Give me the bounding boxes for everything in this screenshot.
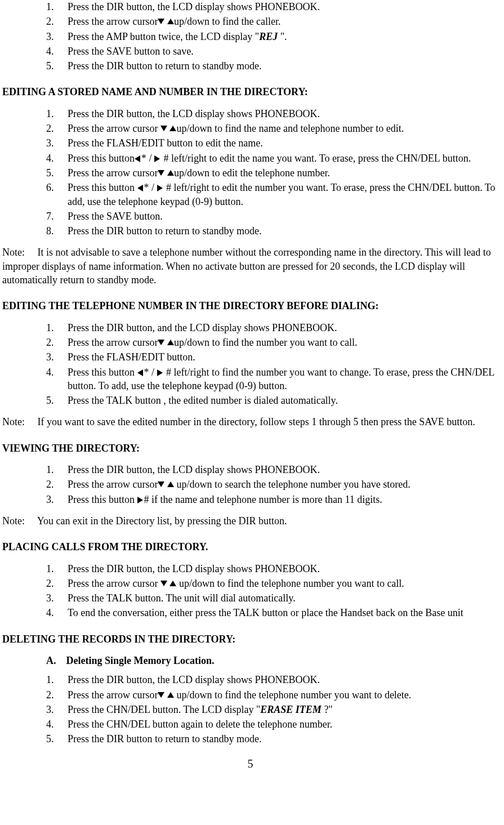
list-text: Press this button* / # left/right to edi…	[68, 151, 498, 165]
list-number: 3.	[46, 30, 68, 43]
list-text: Press the AMP button twice, the LCD disp…	[68, 30, 498, 43]
list-text: Press the DIR button to return to standb…	[68, 224, 498, 238]
list-number: 2.	[46, 15, 68, 28]
list-text: Press the TALK button. The unit will dia…	[68, 591, 498, 605]
arrow-up-icon	[167, 19, 174, 25]
list-text: Press the arrow cursor up/down to find t…	[68, 577, 498, 590]
list-number: 4.	[46, 606, 68, 619]
list-number: 5.	[46, 59, 68, 73]
list-text: Press the FLASH/EDIT button.	[68, 350, 498, 364]
heading-edit-before-dial: EDITING THE TELEPHONE NUMBER IN THE DIRE…	[2, 299, 498, 313]
list-item: 3.Press this button # if the name and te…	[2, 493, 498, 506]
list-item: 4.Press the CHN/DEL button again to dele…	[2, 717, 498, 731]
deleting-steps: 1.Press the DIR button, the LCD display …	[2, 673, 498, 746]
list-text: Press the DIR button, the LCD display sh…	[68, 673, 498, 686]
arrow-up-icon	[167, 170, 174, 177]
placing-calls-steps: 1.Press the DIR button, the LCD display …	[2, 562, 498, 620]
edit-name-number-steps: 1.Press the DIR button, the LCD display …	[2, 107, 498, 238]
subheading-delete-single: A. Deleting Single Memory Location.	[2, 654, 498, 667]
arrow-left-icon	[137, 185, 144, 191]
list-number: 4.	[46, 151, 68, 165]
list-item: 2.Press the arrow cursor up/down to find…	[2, 688, 498, 702]
list-text: Press the arrow cursor up/down to find t…	[68, 688, 498, 702]
list-number: 2.	[46, 122, 68, 135]
list-text: Press the TALK button , the edited numbe…	[68, 394, 498, 407]
list-item: 6.Press this button * / # left/right to …	[2, 181, 498, 208]
list-text: Press the SAVE button to save.	[68, 44, 498, 58]
list-item: 2.Press the arrow cursor up/down to find…	[2, 15, 498, 28]
heading-placing-calls: PLACING CALLS FROM THE DIRECTORY.	[2, 540, 498, 554]
list-item: 1.Press the DIR button, the LCD display …	[2, 107, 498, 121]
list-text: Press the SAVE button.	[68, 209, 498, 223]
note-viewing: Note: You can exit in the Directory list…	[2, 514, 498, 528]
list-text: Press the DIR button, the LCD display sh…	[68, 0, 498, 14]
arrow-down-icon	[158, 340, 164, 346]
list-number: 8.	[46, 224, 68, 238]
arrow-up-icon	[167, 340, 174, 346]
list-text: Press the arrow cursor up/down to find t…	[68, 122, 498, 135]
note-edit-before-dial: Note: If you want to save the edited num…	[2, 415, 498, 429]
arrow-down-icon	[160, 581, 167, 587]
list-text: Press the arrow cursor up/down to edit t…	[68, 166, 498, 180]
list-text: Press this button # if the name and tele…	[68, 493, 498, 506]
list-text: Press this button * / # left/right to ed…	[68, 181, 498, 208]
list-number: 7.	[46, 209, 68, 223]
list-item: 4.Press this button * / # left/right to …	[2, 365, 498, 393]
list-text: Press the DIR button, the LCD display sh…	[68, 562, 498, 576]
list-item: 3.Press the TALK button. The unit will d…	[2, 591, 498, 605]
list-number: 6.	[46, 181, 68, 194]
list-number: 1.	[46, 321, 68, 335]
list-text: Press the arrow cursor up/down to find t…	[68, 15, 498, 28]
list-text: Press the arrow cursor up/down to find t…	[68, 336, 498, 349]
list-item: 2.Press the arrow cursor up/down to sear…	[2, 478, 498, 491]
list-text: Press the DIR button, the LCD display sh…	[68, 107, 498, 121]
list-text: Press the FLASH/EDIT button to edit the …	[68, 136, 498, 150]
arrow-up-icon	[167, 481, 174, 488]
list-number: 1.	[46, 562, 68, 576]
list-number: 3.	[46, 350, 68, 364]
list-number: 3.	[46, 703, 68, 716]
intro-steps: 1.Press the DIR button, the LCD display …	[2, 0, 498, 73]
list-number: 3.	[46, 493, 68, 506]
heading-deleting: DELETING THE RECORDS IN THE DIRECTORY:	[2, 632, 498, 646]
list-number: 3.	[46, 136, 68, 150]
list-item: 5.Press the DIR button to return to stan…	[2, 732, 498, 746]
list-number: 1.	[46, 673, 68, 686]
list-item: 1.Press the DIR button, the LCD display …	[2, 673, 498, 686]
list-number: 4.	[46, 365, 68, 379]
list-item: 2.Press the arrow cursor up/down to find…	[2, 577, 498, 590]
list-number: 5.	[46, 732, 68, 746]
emphasis-text: REJ	[259, 31, 278, 42]
list-item: 3.Press the AMP button twice, the LCD di…	[2, 30, 498, 43]
list-text: To end the conversation, either press th…	[68, 606, 498, 619]
viewing-steps: 1.Press the DIR button, the LCD display …	[2, 463, 498, 506]
list-text: Press the DIR button, and the LCD displa…	[68, 321, 498, 335]
list-item: 7.Press the SAVE button.	[2, 209, 498, 223]
list-item: 2.Press the arrow cursor up/down to find…	[2, 122, 498, 135]
list-number: 5.	[46, 166, 68, 180]
list-number: 2.	[46, 577, 68, 590]
arrow-up-icon	[170, 126, 176, 132]
arrow-down-icon	[158, 19, 164, 25]
list-item: 1.Press the DIR button, the LCD display …	[2, 463, 498, 476]
list-item: 1.Press the DIR button, the LCD display …	[2, 562, 498, 576]
emphasis-text: ERASE ITEM	[260, 704, 324, 715]
list-text: Press the DIR button, the LCD display sh…	[68, 463, 498, 476]
arrow-down-icon	[158, 481, 164, 488]
list-item: 5.Press the DIR button to return to stan…	[2, 59, 498, 73]
heading-edit-name-number: EDITING A STORED NAME AND NUMBER IN THE …	[2, 85, 498, 99]
list-text: Press the CHN/DEL button again to delete…	[68, 717, 498, 731]
list-number: 4.	[46, 44, 68, 58]
arrow-up-icon	[170, 581, 176, 587]
list-number: 4.	[46, 717, 68, 731]
list-item: 2.Press the arrow cursor up/down to find…	[2, 336, 498, 349]
arrow-down-icon	[160, 126, 167, 132]
list-number: 2.	[46, 478, 68, 491]
list-item: 4.To end the conversation, either press …	[2, 606, 498, 619]
list-text: Press this button * / # left/right to fi…	[68, 365, 498, 393]
page-number: 5	[2, 756, 498, 772]
list-item: 5.Press the arrow cursor up/down to edit…	[2, 166, 498, 180]
list-item: 3.Press the CHN/DEL button. The LCD disp…	[2, 703, 498, 716]
arrow-left-icon	[137, 369, 144, 376]
list-item: 5.Press the TALK button , the edited num…	[2, 394, 498, 407]
